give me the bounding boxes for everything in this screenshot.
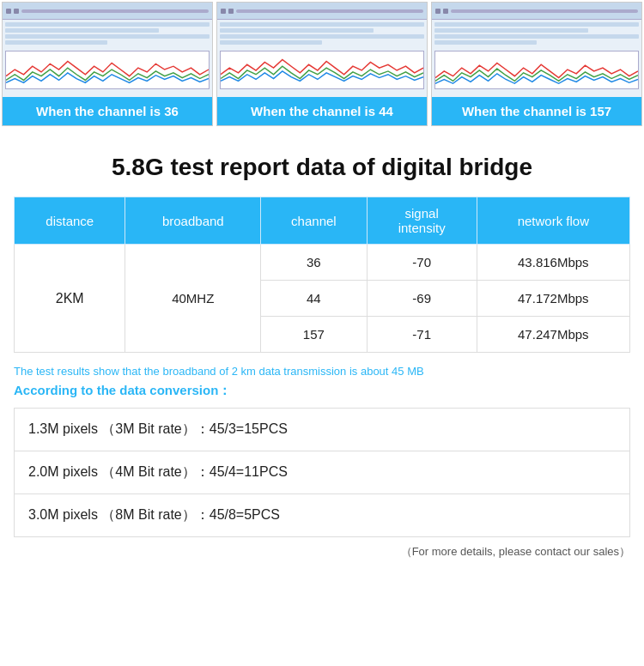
cell-flow-1: 47.172Mbps [477,281,629,317]
col-header-distance: distance [15,197,125,245]
image-card-1: When the channel is 44 [216,2,428,126]
image-card-0: When the channel is 36 [2,2,213,126]
table-wrapper: distance broadband channel signalintensi… [0,197,644,353]
cell-distance: 2KM [15,245,125,353]
page-title: 5.8G test report data of digital bridge [17,152,627,183]
data-row-1: 2.0M pixels （4M Bit rate）：45/4=11PCS [14,451,630,494]
cell-signal-1: -69 [367,281,477,317]
footer-note: （For more details, please contact our sa… [0,537,644,573]
image-placeholder-0 [3,3,212,97]
table-row: 2KM 40MHZ 36 -70 43.816Mbps [15,245,630,281]
info-section: The test results show that the broadband… [0,353,644,408]
image-placeholder-2 [432,3,641,97]
data-rows: 1.3M pixels （3M Bit rate）：45/3=15PCS 2.0… [14,408,630,537]
cell-flow-0: 43.816Mbps [477,245,629,281]
col-header-flow: network flow [477,197,629,245]
col-header-channel: channel [261,197,368,245]
table-header-row: distance broadband channel signalintensi… [15,197,630,245]
cell-signal-0: -70 [367,245,477,281]
image-caption-2: When the channel is 157 [432,97,641,125]
cell-channel-2: 157 [261,317,368,353]
cell-broadband: 40MHZ [125,245,261,353]
image-caption-0: When the channel is 36 [3,97,212,125]
col-header-signal: signalintensity [367,197,477,245]
image-row: When the channel is 36 [0,0,644,128]
image-placeholder-1 [217,3,427,97]
image-caption-1: When the channel is 44 [217,97,427,125]
info-note: The test results show that the broadband… [14,365,630,378]
cell-channel-0: 36 [261,245,368,281]
cell-flow-2: 47.247Mbps [477,317,629,353]
col-header-broadband: broadband [125,197,261,245]
title-section: 5.8G test report data of digital bridge [0,128,644,197]
data-row-2: 3.0M pixels （8M Bit rate）：45/8=5PCS [14,494,630,537]
image-card-2: When the channel is 157 [431,2,642,126]
info-conversion: According to the data conversion： [14,383,630,399]
data-row-0: 1.3M pixels （3M Bit rate）：45/3=15PCS [14,408,630,451]
cell-signal-2: -71 [367,317,477,353]
data-table: distance broadband channel signalintensi… [14,197,630,353]
cell-channel-1: 44 [261,281,368,317]
